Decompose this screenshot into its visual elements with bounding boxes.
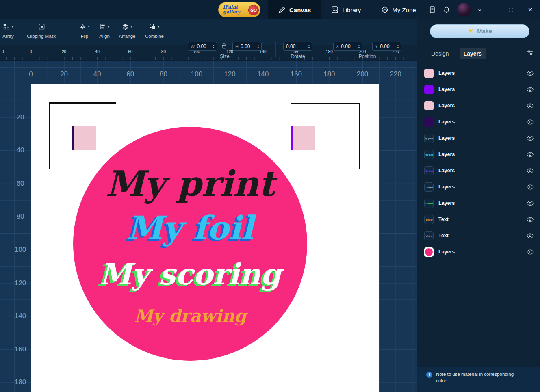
eye-icon[interactable] <box>527 168 534 173</box>
go-badge[interactable]: GO <box>248 5 259 15</box>
layer-row[interactable]: Layers <box>417 97 540 114</box>
pink-square-right[interactable] <box>291 126 315 150</box>
eye-icon[interactable] <box>527 152 534 157</box>
position-y-stepper[interactable]: ▴ ▾ <box>397 44 399 49</box>
eye-icon[interactable] <box>527 217 534 222</box>
layer-row[interactable]: My foil Layers <box>417 162 540 179</box>
eye-icon[interactable] <box>527 136 534 141</box>
layer-thumbnail: My foil <box>424 166 434 175</box>
layer-row[interactable]: My scoring Layers <box>417 179 540 195</box>
rotate-stepper[interactable]: ▴ ▾ <box>308 44 310 49</box>
grid-axis-label: 200 <box>357 70 368 78</box>
layer-label: Layers <box>438 87 527 92</box>
eye-icon[interactable] <box>527 71 534 76</box>
height-stepper[interactable]: ▴ ▾ <box>258 44 259 49</box>
step-down-icon[interactable]: ▾ <box>213 46 214 49</box>
close-button[interactable]: ✕ <box>520 0 540 19</box>
layers-filter-button[interactable] <box>526 50 533 56</box>
tab-my-zone[interactable]: My Zone <box>371 0 426 19</box>
app-logo[interactable]: iPaint gallery GO <box>218 2 260 17</box>
layer-label: Layers <box>438 168 527 173</box>
grid-axis-label: 160 <box>291 70 302 78</box>
layer-label: Layers <box>438 184 527 190</box>
text-my-scoring[interactable]: My scoring <box>73 260 307 289</box>
document-list-icon[interactable] <box>429 6 436 13</box>
layer-thumbnail-content: My drawing <box>424 234 434 237</box>
eye-icon[interactable] <box>527 249 534 255</box>
layer-row[interactable]: Layers <box>417 65 540 81</box>
position-y-input[interactable]: Y 0.00 ▴ ▾ <box>372 42 401 51</box>
maximize-button[interactable] <box>501 0 520 19</box>
bracket-shape-left-top[interactable] <box>49 102 116 104</box>
clipping-mask-tool[interactable]: Clipping Mask <box>24 22 59 39</box>
layer-label: Layers <box>438 119 527 125</box>
step-down-icon[interactable]: ▾ <box>308 46 310 49</box>
combine-tool[interactable]: ▾ Combine <box>141 22 167 39</box>
layer-row[interactable]: My scoring Layers <box>417 195 540 211</box>
artboard[interactable]: My print My foil My scoring My drawing <box>31 84 379 392</box>
make-button[interactable]: Make <box>430 24 529 38</box>
ruler-number: 80 <box>161 50 166 54</box>
eye-icon[interactable] <box>527 233 534 238</box>
text-my-print[interactable]: My print <box>73 166 307 201</box>
step-down-icon[interactable]: ▾ <box>397 46 399 49</box>
tab-library[interactable]: Library <box>321 0 371 19</box>
my-zone-icon <box>381 6 388 13</box>
eye-icon[interactable] <box>527 184 534 190</box>
eye-icon[interactable] <box>527 103 534 108</box>
bell-icon[interactable] <box>443 6 450 13</box>
combine-icon <box>149 23 156 30</box>
position-x-value: 0.00 <box>341 43 356 49</box>
layer-thumbnail-content <box>425 248 433 256</box>
width-input[interactable]: W 0.00 ▴ ▾ <box>188 42 217 51</box>
step-down-icon[interactable]: ▾ <box>358 46 360 49</box>
rotate-input[interactable]: 0.00 ▴ ▾ <box>283 42 312 51</box>
user-avatar[interactable] <box>457 3 471 17</box>
layer-label: Layers <box>438 200 527 206</box>
library-icon <box>331 6 338 13</box>
main-nav: Canvas Library My Zone <box>268 0 426 19</box>
grid-axis-label: 180 <box>15 378 26 386</box>
bracket-shape-left-side[interactable] <box>49 102 50 169</box>
step-down-icon[interactable]: ▾ <box>258 46 259 49</box>
layer-row[interactable]: My print Layers <box>417 130 540 146</box>
eye-icon[interactable] <box>527 87 534 92</box>
height-input[interactable]: H 0.00 ▴ ▾ <box>232 42 262 51</box>
text-my-drawing[interactable]: My drawing <box>73 308 307 325</box>
width-prefix: W <box>191 44 195 49</box>
arrange-icon <box>122 23 129 30</box>
layer-row[interactable]: My foil Layers <box>417 146 540 162</box>
layer-row[interactable]: Layers <box>417 244 540 260</box>
layer-row[interactable]: My drawing Text <box>417 227 540 244</box>
tab-layers[interactable]: Layers <box>460 48 486 59</box>
flip-tool[interactable]: ▾ Flip <box>76 22 93 39</box>
align-icon <box>99 23 106 30</box>
layer-row[interactable]: Layers <box>417 81 540 97</box>
caret-down-icon: ▾ <box>130 25 132 28</box>
position-x-input[interactable]: X 0.00 ▴ ▾ <box>333 42 362 51</box>
text-my-foil[interactable]: My foil <box>73 212 307 244</box>
grid-axis-label: 140 <box>15 312 26 320</box>
grid-axis-label: 80 <box>160 70 167 78</box>
eye-icon[interactable] <box>527 119 534 125</box>
bracket-shape-right-side[interactable] <box>359 103 360 169</box>
minimize-button[interactable]: – <box>481 0 501 19</box>
eye-icon[interactable] <box>527 201 534 206</box>
align-tool[interactable]: ▾ Align <box>95 22 114 39</box>
arrange-tool[interactable]: ▾ Arrange <box>116 22 138 39</box>
aspect-lock-button[interactable] <box>221 43 227 49</box>
layer-row[interactable]: Layers <box>417 114 540 130</box>
canvas-pen-icon <box>278 6 286 13</box>
tab-canvas[interactable]: Canvas <box>268 0 321 19</box>
position-x-stepper[interactable]: ▴ ▾ <box>358 44 360 49</box>
tab-design[interactable]: Design <box>427 48 453 59</box>
pink-square-left[interactable] <box>72 126 96 150</box>
toolbar: ▾ Array Clipping Mask ▾ Flip <box>0 19 417 45</box>
sparkle-icon <box>467 28 474 35</box>
array-tool[interactable]: ▾ Array <box>0 22 18 39</box>
layer-thumbnail: My foil <box>424 150 434 159</box>
canvas-grid[interactable]: 020406080100120140160180200220 204060801… <box>0 61 417 392</box>
layer-row[interactable]: My drawing Text <box>417 211 540 227</box>
width-stepper[interactable]: ▴ ▾ <box>213 44 214 49</box>
bracket-shape-right-top[interactable] <box>291 103 360 104</box>
